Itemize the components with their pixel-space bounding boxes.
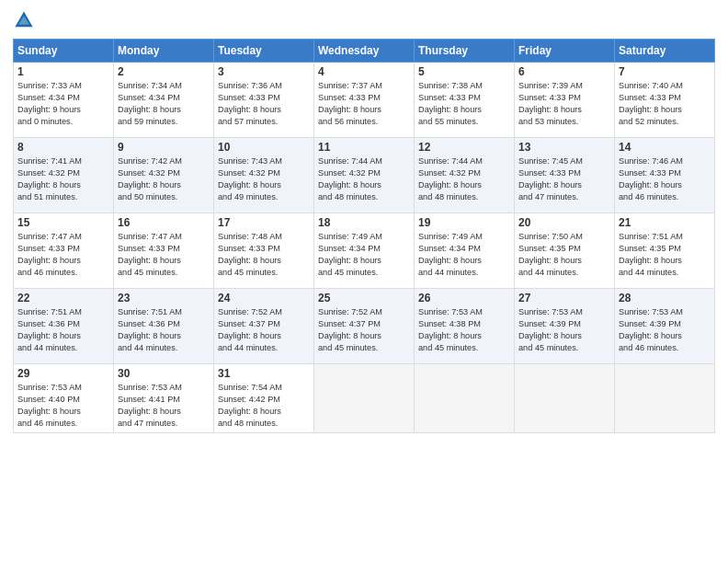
- day-info: Sunrise: 7:45 AM Sunset: 4:33 PM Dayligh…: [518, 155, 610, 203]
- day-info: Sunrise: 7:51 AM Sunset: 4:36 PM Dayligh…: [118, 306, 210, 354]
- calendar-day-cell: [415, 364, 515, 433]
- calendar-table: SundayMondayTuesdayWednesdayThursdayFrid…: [13, 39, 715, 433]
- day-number: 4: [318, 65, 410, 78]
- calendar-day-cell: 28Sunrise: 7:53 AM Sunset: 4:39 PM Dayli…: [615, 289, 715, 364]
- day-number: 12: [418, 141, 510, 154]
- day-number: 28: [619, 292, 711, 304]
- calendar-day-cell: 17Sunrise: 7:48 AM Sunset: 4:33 PM Dayli…: [214, 213, 314, 289]
- day-number: 14: [619, 141, 711, 154]
- day-info: Sunrise: 7:52 AM Sunset: 4:37 PM Dayligh…: [218, 306, 310, 354]
- calendar-day-cell: 20Sunrise: 7:50 AM Sunset: 4:35 PM Dayli…: [515, 213, 615, 289]
- day-number: 31: [218, 367, 310, 380]
- day-number: 11: [318, 141, 410, 154]
- weekday-monday: Monday: [114, 40, 214, 63]
- day-info: Sunrise: 7:54 AM Sunset: 4:42 PM Dayligh…: [218, 382, 310, 430]
- day-info: Sunrise: 7:40 AM Sunset: 4:33 PM Dayligh…: [619, 80, 711, 128]
- calendar-day-cell: 27Sunrise: 7:53 AM Sunset: 4:39 PM Dayli…: [515, 289, 615, 364]
- calendar-day-cell: 16Sunrise: 7:47 AM Sunset: 4:33 PM Dayli…: [114, 213, 214, 289]
- calendar-day-cell: 15Sunrise: 7:47 AM Sunset: 4:33 PM Dayli…: [14, 213, 114, 289]
- weekday-sunday: Sunday: [14, 40, 114, 63]
- day-info: Sunrise: 7:44 AM Sunset: 4:32 PM Dayligh…: [318, 155, 410, 203]
- day-number: 26: [418, 292, 510, 304]
- day-info: Sunrise: 7:48 AM Sunset: 4:33 PM Dayligh…: [218, 231, 310, 279]
- day-number: 20: [518, 216, 610, 229]
- day-number: 9: [118, 141, 210, 154]
- calendar-day-cell: 29Sunrise: 7:53 AM Sunset: 4:40 PM Dayli…: [14, 364, 114, 433]
- calendar-day-cell: 24Sunrise: 7:52 AM Sunset: 4:37 PM Dayli…: [214, 289, 314, 364]
- calendar-day-cell: 23Sunrise: 7:51 AM Sunset: 4:36 PM Dayli…: [114, 289, 214, 364]
- day-number: 18: [318, 216, 410, 229]
- day-number: 30: [118, 367, 210, 380]
- calendar-day-cell: 5Sunrise: 7:38 AM Sunset: 4:33 PM Daylig…: [415, 63, 515, 138]
- day-number: 17: [218, 216, 310, 229]
- day-number: 7: [619, 65, 711, 78]
- day-info: Sunrise: 7:34 AM Sunset: 4:34 PM Dayligh…: [118, 80, 210, 128]
- day-info: Sunrise: 7:49 AM Sunset: 4:34 PM Dayligh…: [318, 231, 410, 279]
- calendar-day-cell: 18Sunrise: 7:49 AM Sunset: 4:34 PM Dayli…: [314, 213, 415, 289]
- calendar-day-cell: 8Sunrise: 7:41 AM Sunset: 4:32 PM Daylig…: [14, 138, 114, 213]
- calendar-day-cell: 30Sunrise: 7:53 AM Sunset: 4:41 PM Dayli…: [114, 364, 214, 433]
- day-info: Sunrise: 7:52 AM Sunset: 4:37 PM Dayligh…: [318, 306, 410, 354]
- calendar-week-row: 22Sunrise: 7:51 AM Sunset: 4:36 PM Dayli…: [14, 289, 715, 364]
- calendar-day-cell: 3Sunrise: 7:36 AM Sunset: 4:33 PM Daylig…: [214, 63, 314, 138]
- calendar-week-row: 29Sunrise: 7:53 AM Sunset: 4:40 PM Dayli…: [14, 364, 715, 433]
- day-info: Sunrise: 7:36 AM Sunset: 4:33 PM Dayligh…: [218, 80, 310, 128]
- day-number: 25: [318, 292, 410, 304]
- calendar-day-cell: 1Sunrise: 7:33 AM Sunset: 4:34 PM Daylig…: [14, 63, 114, 138]
- weekday-thursday: Thursday: [415, 40, 515, 63]
- day-number: 16: [118, 216, 210, 229]
- day-info: Sunrise: 7:53 AM Sunset: 4:38 PM Dayligh…: [418, 306, 510, 354]
- calendar-day-cell: 9Sunrise: 7:42 AM Sunset: 4:32 PM Daylig…: [114, 138, 214, 213]
- day-number: 1: [17, 65, 109, 78]
- page-container: SundayMondayTuesdayWednesdayThursdayFrid…: [0, 0, 728, 563]
- day-info: Sunrise: 7:44 AM Sunset: 4:32 PM Dayligh…: [418, 155, 510, 203]
- day-number: 13: [518, 141, 610, 154]
- day-info: Sunrise: 7:47 AM Sunset: 4:33 PM Dayligh…: [118, 231, 210, 279]
- day-info: Sunrise: 7:50 AM Sunset: 4:35 PM Dayligh…: [518, 231, 610, 279]
- day-info: Sunrise: 7:51 AM Sunset: 4:36 PM Dayligh…: [17, 306, 109, 354]
- calendar-week-row: 1Sunrise: 7:33 AM Sunset: 4:34 PM Daylig…: [14, 63, 715, 138]
- day-number: 21: [619, 216, 711, 229]
- day-info: Sunrise: 7:41 AM Sunset: 4:32 PM Dayligh…: [17, 155, 109, 203]
- calendar-day-cell: 13Sunrise: 7:45 AM Sunset: 4:33 PM Dayli…: [515, 138, 615, 213]
- day-info: Sunrise: 7:33 AM Sunset: 4:34 PM Dayligh…: [17, 80, 109, 128]
- calendar-day-cell: 31Sunrise: 7:54 AM Sunset: 4:42 PM Dayli…: [214, 364, 314, 433]
- calendar-week-row: 8Sunrise: 7:41 AM Sunset: 4:32 PM Daylig…: [14, 138, 715, 213]
- day-number: 10: [218, 141, 310, 154]
- day-number: 3: [218, 65, 310, 78]
- weekday-saturday: Saturday: [615, 40, 715, 63]
- day-info: Sunrise: 7:49 AM Sunset: 4:34 PM Dayligh…: [418, 231, 510, 279]
- calendar-day-cell: 26Sunrise: 7:53 AM Sunset: 4:38 PM Dayli…: [415, 289, 515, 364]
- logo-icon: [13, 9, 35, 31]
- calendar-day-cell: 6Sunrise: 7:39 AM Sunset: 4:33 PM Daylig…: [515, 63, 615, 138]
- day-number: 27: [518, 292, 610, 304]
- day-number: 6: [518, 65, 610, 78]
- day-info: Sunrise: 7:51 AM Sunset: 4:35 PM Dayligh…: [619, 231, 711, 279]
- day-info: Sunrise: 7:47 AM Sunset: 4:33 PM Dayligh…: [17, 231, 109, 279]
- calendar-day-cell: 14Sunrise: 7:46 AM Sunset: 4:33 PM Dayli…: [615, 138, 715, 213]
- calendar-day-cell: 12Sunrise: 7:44 AM Sunset: 4:32 PM Dayli…: [415, 138, 515, 213]
- day-number: 15: [17, 216, 109, 229]
- day-number: 2: [118, 65, 210, 78]
- day-info: Sunrise: 7:38 AM Sunset: 4:33 PM Dayligh…: [418, 80, 510, 128]
- calendar-day-cell: 21Sunrise: 7:51 AM Sunset: 4:35 PM Dayli…: [615, 213, 715, 289]
- calendar-day-cell: 10Sunrise: 7:43 AM Sunset: 4:32 PM Dayli…: [214, 138, 314, 213]
- day-info: Sunrise: 7:42 AM Sunset: 4:32 PM Dayligh…: [118, 155, 210, 203]
- calendar-day-cell: 4Sunrise: 7:37 AM Sunset: 4:33 PM Daylig…: [314, 63, 415, 138]
- day-info: Sunrise: 7:53 AM Sunset: 4:39 PM Dayligh…: [518, 306, 610, 354]
- calendar-day-cell: 25Sunrise: 7:52 AM Sunset: 4:37 PM Dayli…: [314, 289, 415, 364]
- day-info: Sunrise: 7:39 AM Sunset: 4:33 PM Dayligh…: [518, 80, 610, 128]
- weekday-tuesday: Tuesday: [214, 40, 314, 63]
- header: [13, 9, 715, 31]
- day-number: 19: [418, 216, 510, 229]
- day-number: 24: [218, 292, 310, 304]
- day-info: Sunrise: 7:53 AM Sunset: 4:39 PM Dayligh…: [619, 306, 711, 354]
- calendar-day-cell: [615, 364, 715, 433]
- day-info: Sunrise: 7:53 AM Sunset: 4:40 PM Dayligh…: [17, 382, 109, 430]
- day-info: Sunrise: 7:37 AM Sunset: 4:33 PM Dayligh…: [318, 80, 410, 128]
- day-number: 5: [418, 65, 510, 78]
- calendar-day-cell: 7Sunrise: 7:40 AM Sunset: 4:33 PM Daylig…: [615, 63, 715, 138]
- calendar-day-cell: 2Sunrise: 7:34 AM Sunset: 4:34 PM Daylig…: [114, 63, 214, 138]
- day-number: 8: [17, 141, 109, 154]
- day-info: Sunrise: 7:43 AM Sunset: 4:32 PM Dayligh…: [218, 155, 310, 203]
